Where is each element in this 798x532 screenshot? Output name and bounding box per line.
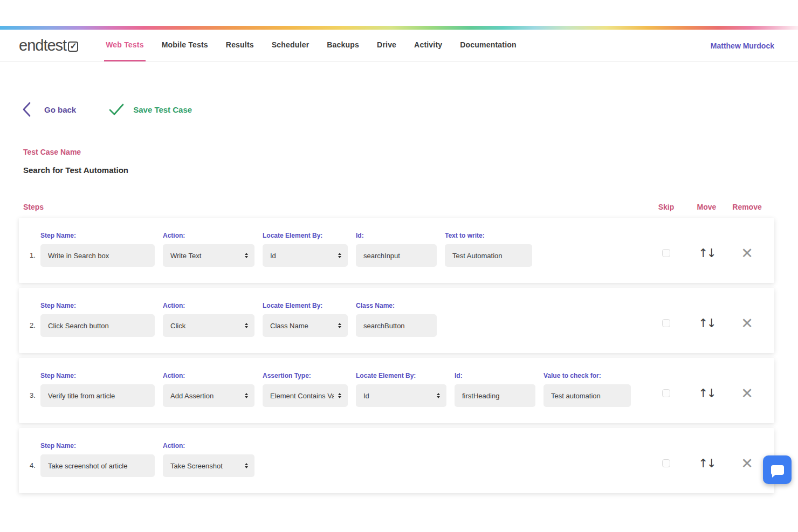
test-case-name-value[interactable]: Search for Test Automation — [23, 165, 798, 175]
remove-step-button[interactable]: ✕ — [727, 246, 767, 260]
save-test-case-button[interactable]: Save Test Case — [108, 103, 192, 116]
nav-item-mobile-tests[interactable]: Mobile Tests — [160, 30, 210, 61]
field-step-name: Step Name:Click Search button — [40, 302, 155, 337]
select-locate-element-by[interactable]: Id — [356, 384, 446, 407]
checkmark-icon — [108, 103, 125, 116]
select-action[interactable]: Add Assertion — [163, 384, 254, 407]
step-controls: ↑↓✕ — [646, 358, 767, 423]
move-step-button[interactable]: ↑↓ — [686, 316, 727, 330]
select-action[interactable]: Click — [163, 314, 254, 337]
remove-column-header: Remove — [727, 203, 767, 211]
step-number: 2. — [30, 302, 40, 337]
remove-step-button[interactable]: ✕ — [727, 386, 767, 400]
field-value: Write Text — [170, 252, 240, 260]
remove-step-button[interactable]: ✕ — [727, 316, 767, 330]
field-value: Write in Search box — [48, 252, 148, 260]
input-id[interactable]: searchInput — [356, 244, 437, 267]
field-step-name: Step Name:Take screenshot of article — [40, 442, 155, 477]
field-value: Test Automation — [452, 252, 526, 260]
field-action: Action:Take Screenshot — [163, 442, 254, 477]
step-number: 1. — [30, 232, 40, 267]
select-arrows-icon — [338, 393, 341, 398]
select-arrows-icon — [437, 393, 440, 398]
main-nav: Web TestsMobile TestsResultsSchedulerBac… — [104, 30, 518, 61]
move-step-button[interactable]: ↑↓ — [686, 457, 727, 470]
chat-launcher-button[interactable] — [763, 455, 792, 484]
field-action: Action:Write Text — [163, 232, 254, 267]
field-label-step-name: Step Name: — [40, 442, 155, 450]
field-id: Id:searchInput — [356, 232, 437, 267]
app-header: endtest ✓ Web TestsMobile TestsResultsSc… — [0, 30, 798, 62]
skip-column-header: Skip — [646, 203, 686, 211]
input-step-name[interactable]: Take screenshot of article — [40, 454, 155, 477]
steps-list: 1.Step Name:Write in Search boxAction:Wr… — [19, 218, 774, 493]
skip-checkbox[interactable] — [662, 319, 670, 327]
field-step-name: Step Name:Write in Search box — [40, 232, 155, 267]
field-label-locate-element-by: Locate Element By: — [263, 302, 348, 309]
nav-item-results[interactable]: Results — [224, 30, 256, 61]
step-controls: ↑↓✕ — [646, 218, 767, 283]
field-label-assertion-type: Assertion Type: — [263, 372, 348, 379]
nav-item-backups[interactable]: Backups — [325, 30, 361, 61]
remove-step-button[interactable]: ✕ — [727, 456, 767, 471]
skip-checkbox[interactable] — [662, 389, 670, 397]
field-id: Id:firstHeading — [455, 372, 535, 407]
field-action: Action:Add Assertion — [163, 372, 254, 407]
field-value: searchButton — [363, 322, 430, 330]
select-action[interactable]: Take Screenshot — [163, 454, 254, 477]
input-step-name[interactable]: Click Search button — [40, 314, 155, 337]
field-step-name: Step Name:Verify title from article — [40, 372, 155, 407]
steps-header-row: Steps Skip Move Remove — [19, 203, 774, 211]
logo-text: endtest — [19, 37, 66, 54]
input-id[interactable]: firstHeading — [455, 384, 535, 407]
skip-checkbox[interactable] — [662, 459, 670, 467]
field-label-action: Action: — [163, 442, 254, 450]
field-value: Id — [270, 252, 334, 260]
select-assertion-type[interactable]: Element Contains Value — [263, 384, 348, 407]
chevron-left-icon — [22, 101, 32, 118]
move-step-button[interactable]: ↑↓ — [686, 246, 727, 260]
input-step-name[interactable]: Write in Search box — [40, 244, 155, 267]
nav-item-web-tests[interactable]: Web Tests — [104, 30, 146, 61]
select-locate-element-by[interactable]: Class Name — [263, 314, 348, 337]
step-number: 4. — [30, 442, 40, 477]
test-case-name-label: Test Case Name — [23, 148, 798, 156]
select-locate-element-by[interactable]: Id — [263, 244, 348, 267]
skip-checkbox[interactable] — [662, 249, 670, 257]
field-value-to-check-for: Value to check for:Test automation — [544, 372, 631, 407]
input-step-name[interactable]: Verify title from article — [40, 384, 155, 407]
nav-item-scheduler[interactable]: Scheduler — [270, 30, 311, 61]
top-spacer — [0, 0, 798, 26]
field-value: Click — [170, 322, 240, 330]
user-menu[interactable]: Matthew Murdock — [711, 30, 774, 61]
input-text-to-write[interactable]: Test Automation — [445, 244, 532, 267]
nav-item-activity[interactable]: Activity — [412, 30, 444, 61]
select-arrows-icon — [245, 463, 248, 468]
step-controls: ↑↓✕ — [646, 288, 767, 353]
field-value: Id — [363, 392, 432, 400]
field-label-step-name: Step Name: — [40, 372, 155, 379]
field-value: Take screenshot of article — [48, 462, 148, 470]
field-class-name: Class Name:searchButton — [356, 302, 437, 337]
input-class-name[interactable]: searchButton — [356, 314, 437, 337]
chat-bubble-icon — [771, 465, 784, 475]
steps-title: Steps — [23, 203, 44, 211]
field-locate-element-by: Locate Element By:Id — [263, 232, 348, 267]
step-card-1: 1.Step Name:Write in Search boxAction:Wr… — [19, 218, 774, 283]
field-value: Verify title from article — [48, 392, 148, 400]
nav-item-documentation[interactable]: Documentation — [458, 30, 518, 61]
go-back-button[interactable]: Go back — [22, 101, 76, 118]
field-value: Element Contains Value — [270, 392, 334, 400]
select-action[interactable]: Write Text — [163, 244, 254, 267]
move-step-button[interactable]: ↑↓ — [686, 386, 727, 400]
go-back-label: Go back — [44, 105, 76, 114]
step-card-4: 4.Step Name:Take screenshot of articleAc… — [19, 428, 774, 493]
rainbow-accent-bar — [0, 26, 798, 30]
field-assertion-type: Assertion Type:Element Contains Value — [263, 372, 348, 407]
field-locate-element-by: Locate Element By:Class Name — [263, 302, 348, 337]
input-value-to-check-for[interactable]: Test automation — [544, 384, 631, 407]
field-text-to-write: Text to write:Test Automation — [445, 232, 532, 267]
nav-item-drive[interactable]: Drive — [375, 30, 398, 61]
endtest-logo[interactable]: endtest ✓ — [19, 30, 78, 61]
field-value: firstHeading — [462, 392, 529, 400]
